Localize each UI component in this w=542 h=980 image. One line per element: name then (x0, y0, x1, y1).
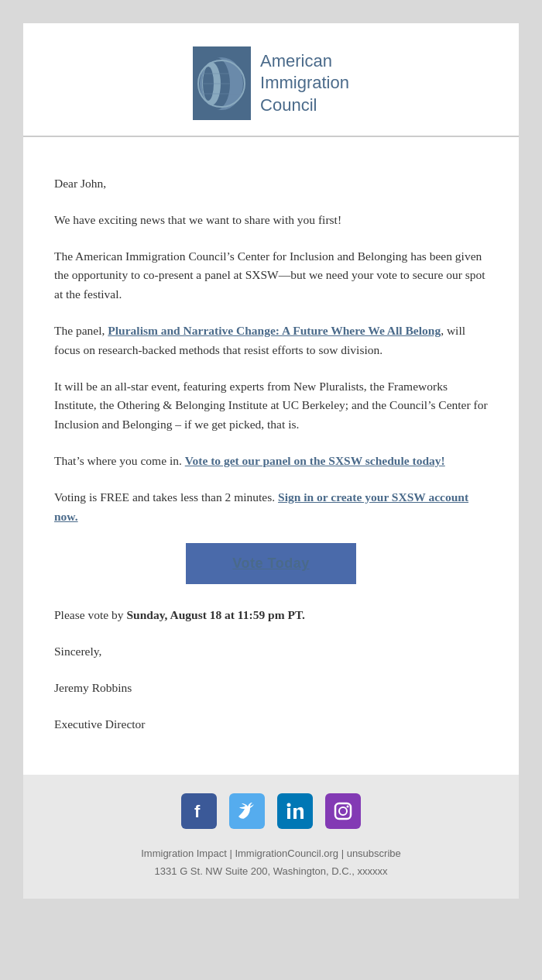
cta-vote-link[interactable]: Vote to get our panel on the SXSW schedu… (185, 454, 445, 467)
immigration-impact-link[interactable]: Immigration Impact (141, 848, 227, 859)
logo-icon (193, 46, 251, 120)
footer-address: 1331 G St. NW Suite 200, Washington, D.C… (39, 862, 503, 880)
sincerely-text: Sincerely, (54, 642, 488, 662)
paragraph4: It will be an all-star event, featuring … (54, 377, 488, 435)
paragraph3: The panel, Pluralism and Narrative Chang… (54, 322, 488, 360)
logo-text: American Immigration Council (260, 50, 349, 117)
header-divider (23, 136, 519, 137)
footer-links-row: Immigration Impact | ImmigrationCouncil.… (39, 844, 503, 862)
twitter-icon[interactable] (229, 793, 265, 829)
instagram-icon[interactable] (325, 793, 361, 829)
cta-intro-text: That’s where you come in. (54, 454, 185, 467)
logo-container: American Immigration Council (39, 46, 503, 120)
signature-title: Executive Director (54, 715, 488, 734)
svg-rect-10 (287, 808, 290, 819)
email-body: Dear John, We have exciting news that we… (23, 153, 519, 775)
linkedin-icon[interactable] (277, 793, 313, 829)
deadline-prefix: Please vote by (54, 608, 126, 621)
svg-point-11 (287, 803, 291, 806)
paragraph1: We have exciting news that we want to sh… (54, 211, 488, 230)
facebook-icon[interactable]: f (181, 793, 217, 829)
footer-sep2: | (338, 848, 347, 859)
email-header: American Immigration Council (23, 23, 519, 136)
paragraph6-signin: Voting is FREE and takes less than 2 min… (54, 488, 488, 527)
email-footer: f (23, 775, 519, 899)
vote-today-button[interactable]: Vote Today (186, 543, 355, 584)
footer-sep1: | (227, 848, 235, 859)
paragraph2: The American Immigration Council’s Cente… (54, 247, 488, 304)
svg-text:f: f (194, 802, 201, 821)
svg-point-13 (339, 807, 347, 815)
logo-title-line2: Immigration (260, 72, 349, 95)
vote-button-container: Vote Today (54, 543, 488, 584)
immigration-council-link[interactable]: ImmigrationCouncil.org (235, 848, 338, 859)
voting-info-text: Voting is FREE and takes less than 2 min… (54, 490, 278, 504)
greeting: Dear John, (54, 174, 488, 194)
svg-point-14 (347, 805, 349, 807)
signature-block: Jeremy Robbins Executive Director (54, 679, 488, 734)
panel-intro-text: The panel, (54, 324, 108, 337)
logo-title-line3: Council (260, 95, 317, 117)
social-icons-container: f (39, 793, 503, 829)
footer-links: Immigration Impact | ImmigrationCouncil.… (39, 844, 503, 881)
unsubscribe-link[interactable]: unsubscribe (347, 848, 401, 859)
paragraph5-cta: That’s where you come in. Vote to get ou… (54, 452, 488, 471)
logo-title-line1: American (260, 50, 332, 73)
deadline-paragraph: Please vote by Sunday, August 18 at 11:5… (54, 606, 488, 625)
panel-link[interactable]: Pluralism and Narrative Change: A Future… (108, 324, 441, 337)
deadline-bold: Sunday, August 18 at 11:59 pm PT. (126, 608, 305, 621)
signature-name: Jeremy Robbins (54, 679, 488, 698)
